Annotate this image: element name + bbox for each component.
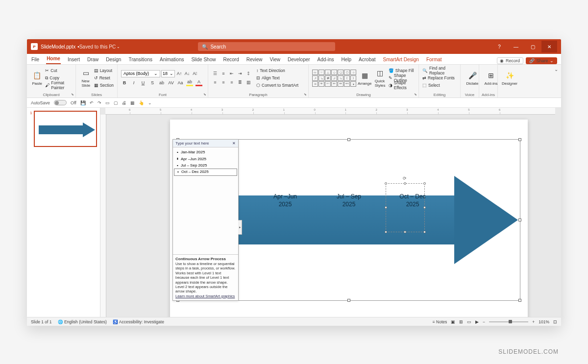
undo-icon[interactable]: ↶ [90, 100, 94, 105]
smartart-text-pane[interactable]: Type your text here✕ Jan-Mar 2025 Apr –J… [172, 139, 239, 301]
close-button[interactable]: ✕ [541, 41, 557, 52]
learn-more-link[interactable]: Learn more about SmartArt graphics [175, 294, 235, 298]
zoom-in-icon[interactable]: + [532, 319, 535, 324]
addins-button[interactable]: ⊞Add-ins [483, 66, 499, 90]
language-status[interactable]: 🌐 English (United States) [58, 319, 107, 324]
tab-developer[interactable]: Developer [287, 55, 311, 64]
align-center-icon[interactable]: ≡ [220, 79, 227, 86]
tab-format[interactable]: Format [426, 55, 442, 64]
align-right-icon[interactable]: ≡ [228, 79, 235, 86]
new-slide-button[interactable]: ▭New Slide [79, 66, 93, 90]
collapse-ribbon-icon[interactable]: ⌄ [554, 67, 558, 72]
arrange-button[interactable]: ▦Arrange [358, 66, 371, 90]
indent-left-icon[interactable]: ⇤ [228, 70, 235, 77]
cut-button[interactable]: ✂ Cut [45, 67, 72, 74]
shadow-icon[interactable]: ab [158, 79, 165, 86]
dictate-button[interactable]: 🎤Dictate [464, 66, 481, 90]
save-status[interactable]: Saved to this PC [79, 44, 116, 49]
text-pane-item-selected[interactable]: Oct – Dec 2025 [174, 169, 237, 175]
paste-button[interactable]: 📋Paste [30, 66, 44, 90]
notes-button[interactable]: ≡ Notes [433, 319, 447, 324]
tab-home[interactable]: Home [46, 54, 61, 64]
autosave-toggle[interactable] [54, 100, 67, 105]
qat-icon[interactable]: 👆 [139, 100, 144, 105]
qat-icon[interactable]: ▭ [105, 100, 110, 105]
quick-styles-button[interactable]: ◫Quick Styles [373, 66, 387, 90]
accessibility-status[interactable]: ♿ Accessibility: Investigate [113, 319, 164, 324]
launcher-icon[interactable]: ⬊ [71, 93, 74, 97]
case-icon[interactable]: Aa [177, 79, 184, 86]
text-pane-collapse-handle[interactable]: ▸ [238, 220, 242, 235]
launcher-icon[interactable]: ⬊ [203, 93, 206, 97]
tab-slideshow[interactable]: Slide Show [191, 55, 216, 64]
slide-thumbnail-1[interactable] [34, 111, 97, 147]
numbering-icon[interactable]: ≡ [220, 70, 227, 77]
tab-design[interactable]: Design [105, 55, 122, 64]
text-pane-item[interactable]: Jan-Mar 2025 [174, 149, 237, 155]
underline-icon[interactable]: U [140, 79, 147, 86]
strike-icon[interactable]: S [149, 79, 156, 86]
zoom-out-icon[interactable]: − [483, 319, 485, 324]
qat-icon[interactable]: ▦ [130, 100, 135, 105]
replace-button[interactable]: ⇄ Replace Fonts [422, 74, 457, 81]
text-pane-item[interactable]: Apr –Jun 2025 [174, 156, 237, 162]
normal-view-icon[interactable]: ▣ [451, 319, 455, 324]
slide-counter[interactable]: Slide 1 of 1 [31, 319, 52, 324]
tab-smartart-design[interactable]: SmartArt Design [383, 55, 419, 64]
section-button[interactable]: ▦ Section [94, 82, 114, 89]
tab-addins[interactable]: Add-ins [317, 55, 335, 64]
redo-icon[interactable]: ↷ [98, 100, 101, 105]
slideshow-view-icon[interactable]: ▶ [475, 319, 479, 324]
justify-icon[interactable]: ≣ [237, 79, 244, 86]
launcher-icon[interactable]: ⬊ [304, 93, 307, 97]
layout-button[interactable]: ▤ Layout [94, 67, 114, 74]
bold-icon[interactable]: B [121, 79, 128, 86]
increase-font-icon[interactable]: A↑ [176, 70, 183, 77]
designer-button[interactable]: ✨Designer [501, 66, 518, 90]
tab-insert[interactable]: Insert [67, 55, 80, 64]
highlight-icon[interactable]: ab [186, 79, 193, 86]
format-painter-button[interactable]: 🖌 Format Painter [45, 82, 72, 89]
search-box[interactable]: 🔍 Search [198, 42, 335, 51]
tab-animations[interactable]: Animations [159, 55, 184, 64]
zoom-level[interactable]: 101% [539, 319, 549, 324]
italic-icon[interactable]: I [130, 79, 137, 86]
record-button[interactable]: ◉ Record [497, 57, 523, 64]
align-text-button[interactable]: ⊟ Align Text [256, 74, 298, 81]
qat-more-icon[interactable]: ⌄ [148, 100, 152, 105]
shape-effects-button[interactable]: ◑ Shape Effects [389, 82, 415, 89]
slide-canvas-area[interactable]: Jan-Mar 2025 Apr –Jun 2025 Jul – Sep 202… [106, 115, 555, 317]
tab-acrobat[interactable]: Acrobat [358, 55, 376, 64]
qat-icon[interactable]: 🖨 [122, 100, 126, 105]
help-icon[interactable]: ? [491, 41, 507, 52]
tab-transitions[interactable]: Transitions [128, 55, 153, 64]
zoom-slider[interactable] [489, 321, 528, 322]
tab-record[interactable]: Record [222, 55, 239, 64]
launcher-icon[interactable]: ⬊ [414, 93, 417, 97]
chevron-down-icon[interactable]: ⌄ [117, 45, 120, 49]
tab-help[interactable]: Help [341, 55, 352, 64]
tab-file[interactable]: File [31, 55, 40, 64]
tab-view[interactable]: View [270, 55, 281, 64]
sorter-view-icon[interactable]: ⊞ [459, 319, 463, 324]
text-pane-item[interactable]: Jul – Sep 2025 [174, 163, 237, 169]
fit-window-icon[interactable]: ⊡ [553, 319, 557, 324]
close-icon[interactable]: ✕ [232, 141, 236, 146]
font-color-icon[interactable]: A [196, 79, 202, 86]
clear-format-icon[interactable]: A⃠ [192, 70, 198, 77]
tab-review[interactable]: Review [246, 55, 263, 64]
reading-view-icon[interactable]: ▭ [467, 319, 471, 324]
maximize-button[interactable]: ▢ [525, 41, 540, 52]
text-selection[interactable]: ⟳ [386, 183, 425, 232]
rotate-handle-icon[interactable]: ⟳ [403, 176, 408, 181]
text-direction-button[interactable]: ↕ Text Direction [256, 67, 298, 74]
font-size-select[interactable]: 18⌄ [161, 70, 175, 77]
font-name-select[interactable]: Aptos (Body)⌄ [121, 70, 160, 77]
share-button[interactable]: 🔗 Share ⌄ [526, 57, 557, 64]
convert-smartart-button[interactable]: ⬡ Convert to SmartArt [256, 82, 298, 89]
select-button[interactable]: ⬚ Select [422, 82, 457, 89]
reset-button[interactable]: ↺ Reset [94, 74, 114, 81]
align-left-icon[interactable]: ≡ [212, 79, 219, 86]
line-spacing-icon[interactable]: ‡ [245, 70, 252, 77]
tab-draw[interactable]: Draw [87, 55, 99, 64]
